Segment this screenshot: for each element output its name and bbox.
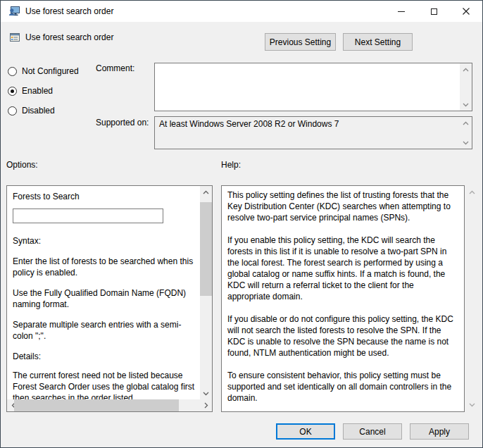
help-scrollbar[interactable] — [466, 185, 477, 412]
cancel-button[interactable]: Cancel — [343, 423, 402, 440]
options-section-label: Options: — [6, 160, 38, 170]
options-content: Forests to Search Syntax: Enter the list… — [7, 186, 200, 399]
radio-disabled[interactable]: Disabled — [8, 105, 55, 116]
comment-label: Comment: — [96, 63, 134, 73]
maximize-icon — [431, 8, 437, 15]
comment-box — [154, 63, 472, 111]
syntax-paragraph-2: Use the Fully Qualified Domain Name (FQD… — [13, 287, 197, 310]
scroll-up-icon[interactable] — [460, 63, 472, 75]
radio-not-configured-label: Not Configured — [22, 66, 79, 76]
close-icon — [463, 8, 470, 15]
supported-on-box: At least Windows Server 2008 R2 or Windo… — [154, 116, 472, 149]
comment-scrollbar[interactable] — [460, 63, 472, 111]
radio-disabled-label: Disabled — [22, 106, 55, 116]
radio-circle-selected — [8, 87, 17, 96]
radio-enabled-label: Enabled — [22, 86, 53, 96]
syntax-paragraph-1: Enter the list of forests to be searched… — [13, 256, 197, 278]
supported-on-value: At least Windows Server 2008 R2 or Windo… — [155, 117, 460, 149]
policy-name: Use forest search order — [25, 32, 113, 42]
scrollbar-thumb[interactable] — [14, 399, 179, 411]
minimize-icon — [398, 11, 405, 12]
supported-on-scrollbar[interactable] — [460, 117, 472, 149]
syntax-heading: Syntax: — [13, 235, 197, 247]
details-paragraph-1: The current forest need not be listed be… — [13, 370, 197, 399]
scroll-up-icon[interactable] — [466, 187, 477, 198]
forests-to-search-input[interactable] — [13, 209, 163, 223]
titlebar: Use forest search order — [1, 1, 482, 22]
options-vertical-scrollbar[interactable] — [200, 186, 212, 399]
help-paragraph-1: This policy setting defines the list of … — [227, 189, 458, 223]
caption-buttons — [385, 1, 482, 22]
radio-not-configured[interactable]: Not Configured — [8, 66, 79, 77]
previous-setting-button[interactable]: Previous Setting — [265, 33, 336, 51]
help-paragraph-2: If you enable this policy setting, the K… — [227, 235, 458, 302]
scrollbar-thumb[interactable] — [200, 202, 212, 296]
syntax-paragraph-3: Separate multiple search entries with a … — [13, 319, 197, 342]
help-text: This policy setting defines the list of … — [222, 186, 464, 411]
radio-circle — [8, 67, 17, 76]
policy-header: Use forest search order Previous Setting… — [1, 22, 482, 54]
scroll-right-icon[interactable] — [200, 399, 212, 411]
help-section-label: Help: — [221, 160, 241, 170]
scroll-down-icon[interactable] — [200, 387, 212, 399]
scroll-down-icon[interactable] — [460, 137, 472, 149]
policy-setting-dialog: Use forest search order Use forest — [0, 0, 483, 448]
scroll-down-icon[interactable] — [466, 399, 477, 411]
apply-button[interactable]: Apply — [410, 423, 469, 440]
window-title: Use forest search order — [25, 6, 113, 16]
comment-input[interactable] — [155, 63, 460, 111]
supported-on-label: Supported on: — [96, 118, 149, 127]
minimize-button[interactable] — [385, 1, 418, 22]
ok-button[interactable]: OK — [276, 423, 335, 440]
maximize-button[interactable] — [418, 1, 450, 22]
options-panel: Forests to Search Syntax: Enter the list… — [6, 185, 213, 412]
radio-enabled[interactable]: Enabled — [8, 85, 53, 97]
forests-to-search-label: Forests to Search — [13, 191, 197, 202]
scroll-down-icon[interactable] — [460, 99, 472, 111]
radio-circle — [8, 106, 17, 116]
policy-setting-icon — [9, 32, 20, 43]
scroll-up-icon[interactable] — [460, 117, 472, 129]
help-panel: This policy setting defines the list of … — [221, 185, 465, 412]
next-setting-button[interactable]: Next Setting — [343, 33, 413, 51]
group-policy-app-icon — [8, 6, 20, 17]
details-heading: Details: — [13, 351, 197, 362]
help-paragraph-3: If you disable or do not configure this … — [227, 313, 458, 359]
close-button[interactable] — [450, 1, 482, 22]
scroll-up-icon[interactable] — [200, 186, 212, 198]
help-paragraph-4: To ensure consistent behavior, this poli… — [227, 370, 458, 404]
options-horizontal-scrollbar[interactable] — [7, 399, 212, 411]
